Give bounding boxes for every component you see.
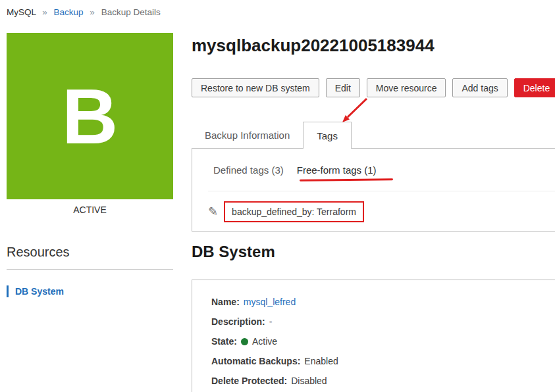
divider <box>208 191 555 191</box>
backup-letter-icon: B <box>62 78 118 155</box>
subtab-defined-tags[interactable]: Defined tags (3) <box>213 164 284 176</box>
db-system-name-link[interactable]: mysql_lefred <box>244 297 296 307</box>
tab-backup-information[interactable]: Backup Information <box>192 122 303 148</box>
move-resource-button[interactable]: Move resource <box>367 78 446 97</box>
backup-details-page: MySQL » Backup » Backup Details B ACTIVE… <box>0 0 555 392</box>
divider <box>7 269 173 270</box>
edit-pencil-icon[interactable]: ✎ <box>208 205 218 219</box>
sidebar-item-db-system[interactable]: DB System <box>7 285 173 297</box>
db-system-panel: Name: mysql_lefred Description: - State:… <box>192 280 555 392</box>
freeform-tag-row: ✎ backup_defined_by: Terraform <box>208 201 364 222</box>
breadcrumb-separator: » <box>42 7 47 17</box>
field-row-name: Name: mysql_lefred <box>211 292 555 312</box>
field-label-description: Description: <box>211 316 265 327</box>
breadcrumb-separator: » <box>90 7 95 17</box>
breadcrumb-item-backup-details: Backup Details <box>101 7 161 17</box>
annotation-red-underline <box>300 178 393 181</box>
field-row-state: State: Active <box>211 331 555 351</box>
field-label-name: Name: <box>211 297 240 307</box>
breadcrumb-item-backup[interactable]: Backup <box>54 7 84 17</box>
resources-section: Resources DB System <box>7 245 173 297</box>
field-label-automatic-backups: Automatic Backups: <box>211 356 300 366</box>
page-title: mysqlbackup20221005183944 <box>192 36 435 56</box>
breadcrumb: MySQL » Backup » Backup Details <box>7 7 161 17</box>
field-value-description: - <box>269 316 273 327</box>
backup-resource-icon: B <box>7 33 173 199</box>
tags-subtabs: Defined tags (3) Free-form tags (1) <box>213 164 390 176</box>
delete-button[interactable]: Delete <box>514 78 555 97</box>
active-status-dot-icon <box>241 338 248 345</box>
field-row-description: Description: - <box>211 312 555 331</box>
field-value-delete-protected: Disabled <box>291 376 327 386</box>
field-value-state: Active <box>252 336 277 347</box>
annotation-red-arrow <box>332 93 372 128</box>
field-label-state: State: <box>211 336 237 347</box>
field-row-delete-protected: Delete Protected: Disabled <box>211 371 555 391</box>
restore-to-new-db-system-button[interactable]: Restore to new DB system <box>192 78 319 97</box>
resources-title: Resources <box>7 245 173 260</box>
freeform-tag-value: backup_defined_by: Terraform <box>224 201 364 222</box>
field-value-automatic-backups: Enabled <box>304 356 338 366</box>
status-badge: ACTIVE <box>7 205 173 215</box>
field-row-automatic-backups: Automatic Backups: Enabled <box>211 351 555 371</box>
tab-bar: Backup Information Tags <box>192 122 352 148</box>
breadcrumb-item-mysql[interactable]: MySQL <box>7 7 36 17</box>
db-system-section-title: DB System <box>192 243 275 261</box>
add-tags-button[interactable]: Add tags <box>452 78 507 97</box>
toolbar: Restore to new DB system Edit Move resou… <box>192 78 555 97</box>
field-label-delete-protected: Delete Protected: <box>211 376 287 386</box>
tags-panel: Defined tags (3) Free-form tags (1) ✎ ba… <box>192 148 555 232</box>
subtab-freeform-tags[interactable]: Free-form tags (1) <box>297 164 377 176</box>
